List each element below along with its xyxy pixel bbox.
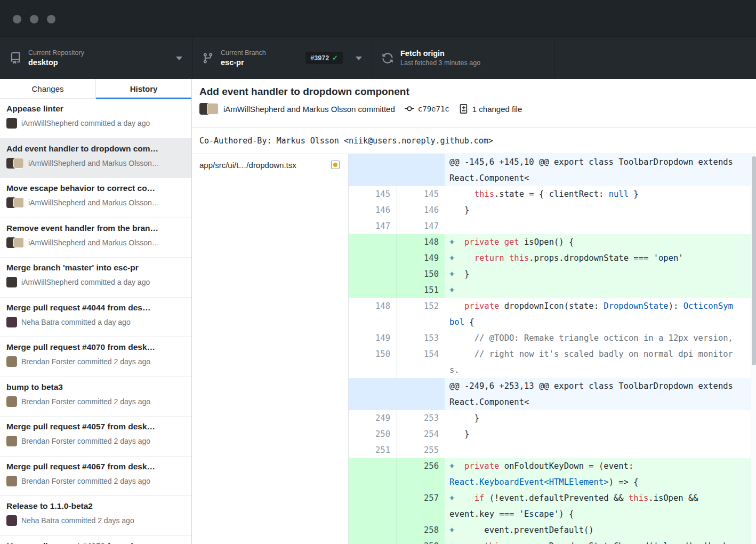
- diff-code-line: + event.preventDefault(): [445, 522, 756, 538]
- commit-byline: Brendan Forster committed 2 days ago: [6, 476, 185, 486]
- diff-old-line-number: [349, 490, 397, 522]
- repository-name: desktop: [28, 58, 84, 67]
- commit-byline-text: iAmWillShepherd committed a day ago: [21, 119, 150, 127]
- diff-row: 146146 }: [349, 202, 756, 218]
- diff-new-line-number: 148: [397, 234, 445, 250]
- github-desktop-window: Current Repository desktop Current Branc…: [0, 0, 756, 544]
- avatar: [207, 103, 219, 115]
- diff-code-line: @@ -249,6 +253,13 @@ export class Toolba…: [445, 378, 756, 410]
- commit-byline-text: Neha Batra committed a day ago: [21, 318, 131, 326]
- diff-new-line-number: 147: [397, 218, 445, 234]
- diff-old-line-number: 148: [349, 298, 397, 330]
- commit-byline: iAmWillShepherd and Markus Olsson…: [6, 158, 185, 169]
- commit-list-item[interactable]: Merge branch 'master' into esc-pr iAmWil…: [0, 258, 191, 298]
- file-list-item[interactable]: app/src/ui/t…/dropdown.tsx: [192, 154, 348, 175]
- diff-code-line: [445, 442, 756, 458]
- pr-number: #3972: [310, 54, 329, 62]
- commit-avatars: [6, 356, 17, 367]
- diff-row: 150154 // right now it's scaled badly on…: [349, 346, 756, 378]
- diff-row: 251255: [349, 442, 756, 458]
- history-sidebar: Changes History Appease linter iAmWillSh…: [0, 79, 192, 544]
- fetch-text: Fetch origin Last fetched 3 minutes ago: [400, 49, 480, 67]
- avatar: [6, 356, 17, 367]
- diff-old-line-number: [349, 538, 397, 544]
- commit-avatars: [6, 317, 17, 327]
- fetch-origin-button[interactable]: Fetch origin Last fetched 3 minutes ago: [372, 37, 554, 79]
- commit-title: Add event handler to dropdown com…: [6, 144, 185, 154]
- commit-avatars: [6, 158, 24, 169]
- avatar: [6, 515, 17, 526]
- diff-scrollbar[interactable]: [751, 154, 756, 544]
- diff-row: 147147: [349, 218, 756, 234]
- pr-check-icon: ✓: [332, 54, 338, 62]
- commit-byline: iAmWillShepherd and Markus Olsson…: [6, 197, 185, 208]
- diff-old-line-number: [349, 266, 397, 282]
- commit-list-item[interactable]: Release to 1.1.0-beta2 Neha Batra commit…: [0, 496, 191, 536]
- diff-row: @@ -249,6 +253,13 @@ export class Toolba…: [349, 378, 756, 410]
- modified-status-icon: [331, 161, 340, 169]
- avatar: [6, 436, 17, 446]
- sidebar-tabs: Changes History: [0, 79, 191, 99]
- file-path: app/src/ui/t…/dropdown.tsx: [199, 161, 327, 170]
- diff-new-line-number: 258: [397, 522, 445, 538]
- diff-code-line: }: [445, 426, 756, 442]
- diff-old-line-number: 146: [349, 202, 397, 218]
- commit-list-item[interactable]: Remove event handler from the bran… iAmW…: [0, 218, 191, 258]
- chevron-down-icon: [356, 57, 362, 60]
- repository-dropdown-button[interactable]: Current Repository desktop: [0, 37, 192, 79]
- changed-files-count: 1 changed file: [472, 105, 522, 114]
- commit-list-item[interactable]: Merge pull request #4067 from desk… Bren…: [0, 457, 191, 497]
- diff-old-line-number: 249: [349, 410, 397, 426]
- commit-authors: iAmWillShepherd and Markus Olsson commit…: [223, 105, 395, 114]
- diff-new-line-number: 146: [397, 202, 445, 218]
- diff-code-line: this.state = { clientRect: null }: [445, 186, 756, 202]
- diff-new-line-number: 254: [397, 426, 445, 442]
- diff-code-line: + return this.props.dropdownState === 'o…: [445, 250, 756, 266]
- diff-row: 256+ private onFoldoutKeyDown = (event: …: [349, 458, 756, 490]
- diff-row: @@ -145,6 +145,10 @@ export class Toolba…: [349, 154, 756, 186]
- commit-list-item[interactable]: Add event handler to dropdown com… iAmWi…: [0, 139, 191, 179]
- zoom-button[interactable]: [47, 15, 55, 23]
- commit-list-item[interactable]: bump to beta3 Brendan Forster committed …: [0, 377, 191, 417]
- commit-avatars: [6, 118, 17, 129]
- diff-new-line-number: [397, 378, 445, 410]
- commit-list-item[interactable]: Move escape behavior to correct co… iAmW…: [0, 178, 191, 218]
- commit-title: Merge pull request #4057 from desk…: [6, 422, 185, 431]
- commit-avatars: [6, 197, 24, 208]
- changed-file-list: app/src/ui/t…/dropdown.tsx: [192, 154, 349, 544]
- diff-rows: @@ -145,6 +145,10 @@ export class Toolba…: [349, 154, 756, 544]
- commit-list-item[interactable]: Merge pull request #4044 from des… Neha …: [0, 298, 191, 338]
- commit-title: Merge pull request #4070 from desk…: [6, 342, 185, 352]
- diff-row: 148+ private get isOpen() {: [349, 234, 756, 250]
- commit-description: Co-Authored-By: Markus Olsson <niik@user…: [192, 128, 756, 154]
- avatar: [6, 118, 17, 129]
- commit-list-item[interactable]: Merge pull request #4053 from d…: [0, 536, 191, 544]
- diff-old-line-number: 251: [349, 442, 397, 458]
- traffic-lights: [13, 15, 55, 23]
- commit-detail-pane: Add event handler to dropdown component …: [192, 79, 756, 544]
- diff-new-line-number: 151: [397, 282, 445, 298]
- commit-list-item[interactable]: Merge pull request #4070 from desk… Bren…: [0, 337, 191, 377]
- avatar: [6, 277, 17, 287]
- tab-history[interactable]: History: [96, 79, 191, 98]
- commit-title: Merge branch 'master' into esc-pr: [6, 263, 185, 273]
- commit-avatars: [6, 515, 17, 526]
- commit-authors-avatars: [199, 103, 219, 115]
- diff-scrollbar-thumb[interactable]: [752, 156, 756, 365]
- diff-old-line-number: [349, 282, 397, 298]
- diff-old-line-number: 149: [349, 330, 397, 346]
- branch-name: esc-pr: [221, 58, 266, 67]
- commit-byline: iAmWillShepherd committed a day ago: [6, 277, 185, 287]
- diff-view: @@ -145,6 +145,10 @@ export class Toolba…: [349, 154, 756, 544]
- close-button[interactable]: [13, 15, 21, 23]
- minimize-button[interactable]: [30, 15, 38, 23]
- tab-changes[interactable]: Changes: [0, 79, 96, 98]
- commit-title: Appease linter: [6, 104, 185, 114]
- diff-row: 149+ return this.props.dropdownState ===…: [349, 250, 756, 266]
- commit-list-item[interactable]: Merge pull request #4057 from desk… Bren…: [0, 417, 191, 457]
- diff-code-line: }: [445, 410, 756, 426]
- commit-byline-text: iAmWillShepherd and Markus Olsson…: [28, 159, 159, 167]
- diff-code-line: + if (!event.defaultPrevented && this.is…: [445, 490, 756, 522]
- branch-dropdown-button[interactable]: Current Branch esc-pr #3972 ✓: [192, 37, 372, 79]
- commit-list-item[interactable]: Appease linter iAmWillShepherd committed…: [0, 99, 191, 139]
